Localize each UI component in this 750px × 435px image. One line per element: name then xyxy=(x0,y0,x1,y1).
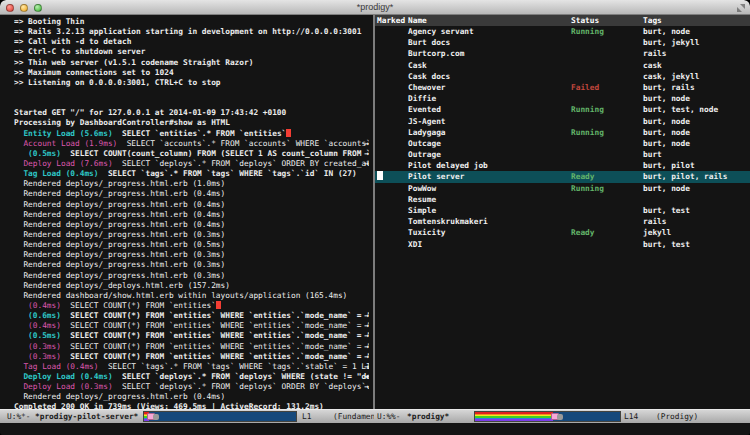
service-row[interactable]: Diffieburt, node xyxy=(375,93,750,104)
service-tags: burt, test xyxy=(643,239,690,250)
service-row[interactable]: XDIburt, test xyxy=(375,239,750,250)
service-tags: rails xyxy=(643,216,666,227)
service-row[interactable]: EventedRunningburt, test, node xyxy=(375,104,750,115)
truncation-arrow-icon: → xyxy=(364,139,369,149)
log-text: => Call with -d to detach xyxy=(14,37,131,46)
log-line: Rendered deploys/_progress.html.erb (0.3… xyxy=(14,260,369,270)
service-tags: burt, node xyxy=(643,116,690,127)
log-text: SELECT COUNT(*) FROM `entities` WHERE `e… xyxy=(61,331,369,340)
log-line: (0.5ms) SELECT COUNT(count_column) FROM … xyxy=(14,149,369,159)
log-text: => Rails 3.2.13 application starting in … xyxy=(14,27,361,36)
truncation-arrow-icon: → xyxy=(364,311,369,321)
zoom-button[interactable] xyxy=(34,4,42,12)
truncation-arrow-icon: → xyxy=(364,382,369,392)
log-text: Rendered deploys/_progress.html.erb (0.4… xyxy=(14,392,225,401)
log-line: (0.4ms) SELECT COUNT(*) FROM `entities` xyxy=(14,301,369,311)
service-tags: burt xyxy=(643,149,662,160)
log-line: Processing by DashboardController#show a… xyxy=(14,118,369,128)
service-row[interactable]: Tomtenskrukmakerirails xyxy=(375,216,750,227)
prodigy-pane[interactable]: Marked Name Status Tags Agency servantRu… xyxy=(375,15,750,409)
service-name: Burt docs xyxy=(408,37,450,48)
service-tags: jekyll xyxy=(643,227,671,238)
log-line xyxy=(14,98,369,108)
nyan-rainbow-trail xyxy=(475,412,553,421)
log-text: Entity Load (5.6ms) xyxy=(23,129,112,138)
log-text: SELECT COUNT(*) FROM `entities` WHERE `e… xyxy=(61,342,369,351)
log-text: Rendered dashboard/show.html.erb within … xyxy=(14,291,347,300)
log-line: Rendered deploys/_progress.html.erb (1.0… xyxy=(14,179,369,189)
log-line: Completed 200 OK in 739ms (Views: 469.5m… xyxy=(14,402,369,409)
log-line: Rendered deploys/_progress.html.erb (0.4… xyxy=(14,189,369,199)
fullscreen-icon[interactable] xyxy=(737,4,745,12)
service-row[interactable]: Cask docscask, jekyll xyxy=(375,71,750,82)
service-row[interactable]: PowWowRunningburt, node xyxy=(375,183,750,194)
service-row[interactable]: Outrageburt xyxy=(375,149,750,160)
service-row[interactable]: Burt docsburt, jekyll xyxy=(375,37,750,48)
titlebar[interactable]: *prodigy* xyxy=(0,0,750,15)
log-line: Rendered deploys/_deploys.html.erb (157.… xyxy=(14,281,369,291)
log-text: Deploy Load (7.6ms) xyxy=(23,159,112,168)
service-row[interactable]: Resume xyxy=(375,194,750,205)
log-line: (0.6ms) SELECT COUNT(*) FROM `entities` … xyxy=(14,311,369,321)
service-name: Tomtenskrukmakeri xyxy=(408,216,488,227)
server-log-pane[interactable]: => Booting Thin=> Rails 3.2.13 applicati… xyxy=(0,15,373,409)
log-text: => Booting Thin xyxy=(14,17,84,26)
log-line xyxy=(14,88,369,98)
service-row[interactable]: Simpleburt, test xyxy=(375,205,750,216)
service-name: XDI xyxy=(408,239,422,250)
log-line: >> Thin web server (v1.5.1 codename Stra… xyxy=(14,58,369,68)
log-text xyxy=(14,342,28,351)
log-line: Rendered dashboard/show.html.erb within … xyxy=(14,291,369,301)
service-list: Agency servantRunningburt, nodeBurt docs… xyxy=(375,26,750,250)
service-row[interactable]: ChewoverFailedburt, rails xyxy=(375,82,750,93)
log-line: => Ctrl-C to shutdown server xyxy=(14,47,369,57)
ansi-cursor-block xyxy=(286,129,291,137)
traffic-lights xyxy=(6,4,42,12)
service-status: Running xyxy=(571,127,604,138)
log-text xyxy=(14,311,28,320)
modeline-line-number: L1 xyxy=(302,410,311,423)
service-name: Outcage xyxy=(408,138,441,149)
service-row[interactable]: LadygagaRunningburt, node xyxy=(375,127,750,138)
log-text: (0.5ms) xyxy=(28,331,61,340)
service-row[interactable]: Caskcask xyxy=(375,60,750,71)
minimize-button[interactable] xyxy=(20,4,28,12)
service-row[interactable]: Burtcorp.comrails xyxy=(375,48,750,59)
close-button[interactable] xyxy=(6,4,14,12)
minibuffer[interactable] xyxy=(0,423,750,435)
log-text: Rendered deploys/_progress.html.erb (1.0… xyxy=(14,179,225,188)
service-name: PowWow xyxy=(408,183,436,194)
service-name: Simple xyxy=(408,205,436,216)
log-text: Tag Load (0.4ms) xyxy=(23,362,98,371)
truncation-arrow-icon: → xyxy=(364,352,369,362)
log-line: Rendered deploys/_progress.html.erb (0.4… xyxy=(14,200,369,210)
log-text: SELECT `deploys`.* FROM `deploys` WHERE … xyxy=(113,372,369,381)
service-name: Resume xyxy=(408,194,436,205)
service-table-header: Marked Name Status Tags xyxy=(375,15,750,26)
modeline-left: U:%*- *prodigy-pilot-server* L1 (Fundame… xyxy=(0,409,374,423)
log-text: SELECT COUNT(*) FROM `entities` WHERE `e… xyxy=(61,311,369,320)
log-text: >> Listening on 0.0.0.0:3001, CTRL+C to … xyxy=(14,78,221,87)
log-text: Tag Load (0.4ms) xyxy=(23,169,98,178)
service-name: Outrage xyxy=(408,149,441,160)
log-text xyxy=(14,372,23,381)
service-row[interactable]: Pilot serverReadyburt, pilot, rails xyxy=(375,171,750,182)
log-text: SELECT `accounts`.* FROM `accounts` WHER… xyxy=(117,139,369,148)
log-text: (0.4ms) xyxy=(28,321,61,330)
service-status: Running xyxy=(571,183,604,194)
service-tags: burt, pilot, rails xyxy=(643,171,728,182)
log-text: Completed 200 OK in 739ms (Views: 469.5m… xyxy=(14,402,324,409)
log-text: Started GET "/" for 127.0.0.1 at 2014-01… xyxy=(14,108,286,117)
log-line: Rendered deploys/_progress.html.erb (0.3… xyxy=(14,230,369,240)
service-row[interactable]: JS-Agentburt, node xyxy=(375,116,750,127)
service-name: Pilot server xyxy=(408,171,464,182)
log-text xyxy=(14,301,28,310)
service-row[interactable]: Agency servantRunningburt, node xyxy=(375,26,750,37)
service-row[interactable]: TuxicityReadyjekyll xyxy=(375,227,750,238)
log-text: Rendered deploys/_progress.html.erb (0.4… xyxy=(14,220,225,229)
service-row[interactable]: Pilot delayed jobburt, pilot xyxy=(375,160,750,171)
service-row[interactable]: Outcageburt, node xyxy=(375,138,750,149)
log-text: Account Load (1.9ms) xyxy=(23,139,117,148)
service-tags: burt, node xyxy=(643,127,690,138)
log-text xyxy=(14,159,23,168)
